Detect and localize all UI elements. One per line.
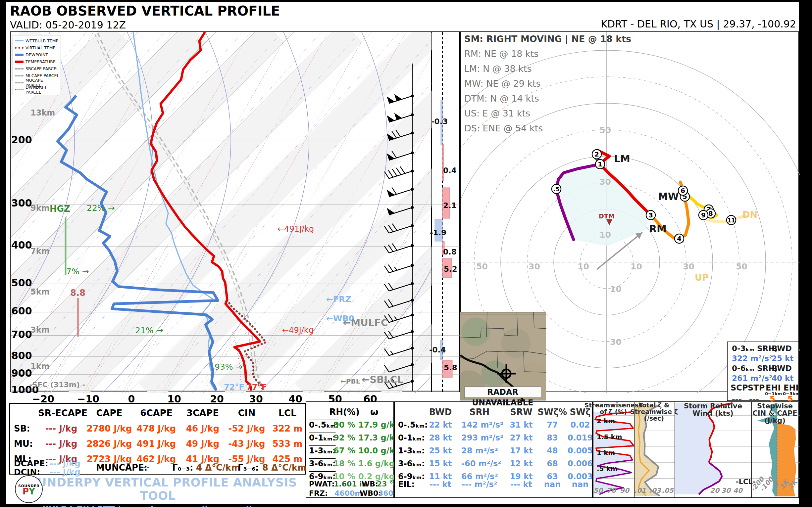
srh-box-value: 5 xyxy=(788,394,793,404)
mini-chart-xtick: .05 xyxy=(660,487,675,494)
srh-box-value: 40 kt xyxy=(772,374,794,383)
hodo-height-marker-label: 2 xyxy=(595,150,599,158)
legend-item: DEWPOINT xyxy=(15,51,59,58)
ring-label: 30 xyxy=(528,262,540,271)
shear-row-label: 3-6ₖₘ: xyxy=(398,459,425,468)
srh-box-header: SCP xyxy=(730,383,748,393)
sounderpy-logo: SOUNDER PY xyxy=(15,475,43,503)
dcape-label: DCAPE: xyxy=(14,459,48,468)
shear-value: 293 m²/s² xyxy=(461,433,498,443)
shear-value: -60 m²/s² xyxy=(461,459,498,468)
mini-chart-ylabel: 2 km xyxy=(597,417,615,425)
skewt-annotation: 72°F xyxy=(224,383,244,392)
indices-value: 49 J/kg xyxy=(180,439,226,449)
station-info: KDRT - DEL RIO, TX US | 29.37, -100.92 xyxy=(601,18,796,30)
height-km-label: 3km xyxy=(31,325,50,335)
indices-value: 2780 J/kg xyxy=(86,424,133,434)
skewt-annotation: 7% → xyxy=(66,267,89,276)
hodo-label-mw: MW xyxy=(658,190,679,202)
srh-box-value: --- xyxy=(732,394,742,404)
dcape-value: --- J/kg xyxy=(50,459,81,468)
ring-label: 50 xyxy=(736,262,748,271)
radar-status-badge: RADAR UNAVAILABLE xyxy=(464,387,541,398)
mixing-ratio-value: 10.0 g/kg xyxy=(358,446,393,455)
hodo-label-up: UP xyxy=(695,272,709,283)
legend-label: DEWPOINT xyxy=(26,52,48,57)
legend-label: TEMPERATURE xyxy=(26,59,56,64)
mixing-ratio-value: 17.9 g/kg xyxy=(358,420,393,430)
ring-label: 30 xyxy=(683,262,695,271)
mixing-ratio-value: 1.6 g/kg xyxy=(358,459,393,468)
wind-barb-tick xyxy=(389,170,393,177)
legend-label: DWNDRFT PARCEL xyxy=(26,85,59,95)
frz-value: 4600m xyxy=(335,489,362,497)
rh-title: RH(%) xyxy=(326,407,363,417)
wind-barb-tick xyxy=(393,169,397,176)
pwat-label: PWAT: xyxy=(309,480,335,488)
srh-box-value: BWD xyxy=(772,344,792,353)
storm-motion-line: MW: NE @ 29 kts xyxy=(464,78,631,93)
pressure-tick-label: 700 xyxy=(11,329,32,340)
legend-label: VIRTUAL TEMP xyxy=(26,45,55,50)
shear-row-label: 1-3ₖₘ: xyxy=(398,446,425,455)
storm-motion-line: DTM: N @ 14 kts xyxy=(464,93,631,108)
srh-box-value: 322 m²/s² xyxy=(732,354,772,363)
legend-item: SBCAPE PARCEL xyxy=(15,65,59,72)
wind-barb-tick xyxy=(392,187,396,194)
pressure-tick-label: 800 xyxy=(11,350,32,361)
path xyxy=(497,352,498,368)
storm-motion-line: US: E @ 31 kts xyxy=(464,108,631,123)
mini-chart-title-line: CIN & CAPE xyxy=(744,410,806,417)
shear-value: 22 kt xyxy=(422,420,459,430)
shear-value: --- kt xyxy=(422,480,459,489)
indices-value: --- J/kg xyxy=(38,424,85,434)
storm-motion-line: DS: ENE @ 54 kts xyxy=(464,123,631,138)
mini-chart-xtick: 90 xyxy=(617,487,632,494)
legend-item: TEMPERATURE xyxy=(15,58,59,65)
indices-row-label: SB: xyxy=(14,424,30,434)
skewt-annotation: ←PBL xyxy=(341,377,360,385)
muncape-label: MUNCAPE: xyxy=(96,463,147,472)
wind-barb-tick xyxy=(400,166,405,173)
mini-chart-title: Total ζ &Streamwise ζ(/sec) xyxy=(622,402,686,422)
mini-chart-title-line: Total ζ & xyxy=(622,402,686,409)
ring-label: 10 xyxy=(599,230,611,240)
skewt-annotation: ←SBLCL xyxy=(362,374,403,385)
path xyxy=(523,351,546,372)
srh-box-header: STP xyxy=(748,383,765,393)
skewt-annotation: 77°F xyxy=(246,383,267,392)
indices-header: LCL xyxy=(264,408,311,418)
frz-label: FRZ: xyxy=(309,489,328,497)
wind-barb-tick xyxy=(385,284,389,291)
footer-credit-link[interactable]: KYLE J GILLETT | sounderpysoundings.anvi… xyxy=(10,504,306,507)
mini-chart-ylabel: 1 km xyxy=(597,449,615,457)
srh-box-value: 0-3ₖₘ SRH, xyxy=(732,344,777,353)
mini-chart-title: Storm RelativeWind (kts) xyxy=(681,402,745,417)
legend-item: WETBULB TEMP xyxy=(15,38,59,44)
legend-label: SBCAPE PARCEL xyxy=(26,66,59,71)
ring-label: 30 xyxy=(610,337,622,347)
virtual-temp-swatch xyxy=(15,47,23,49)
srh-box-value: 5 xyxy=(770,394,775,404)
path xyxy=(487,313,487,337)
hodo-height-marker-label: 6 xyxy=(680,187,685,194)
skewt-annotation: ←491J/kg xyxy=(277,224,314,234)
path xyxy=(460,328,517,338)
lapse-0-3-label: Γ₀₋₃: xyxy=(172,463,193,472)
mlcape-swatch xyxy=(15,75,23,76)
wb-label: WB: xyxy=(362,480,378,488)
hodo-height-marker-label: 4 xyxy=(677,235,681,242)
rh-value: 67 % xyxy=(333,446,356,455)
mucape-swatch xyxy=(15,82,23,83)
indices-header: SR-ECAPE xyxy=(38,408,85,418)
indices-value: -52 J/kg xyxy=(223,424,270,434)
pressure-tick-label: 600 xyxy=(11,305,32,317)
shear-value: 28 kt xyxy=(422,433,459,443)
indices-header: 6CAPE xyxy=(133,408,180,418)
hodo-height-marker-label: 11 xyxy=(727,217,735,224)
lapse-3-6-value: 8 Δ°C/km xyxy=(262,463,306,472)
indices-header: CAPE xyxy=(86,408,133,418)
temperature-swatch xyxy=(15,61,23,63)
ring-label: 10 xyxy=(630,262,642,271)
omega-value: -1.9 xyxy=(430,228,446,237)
